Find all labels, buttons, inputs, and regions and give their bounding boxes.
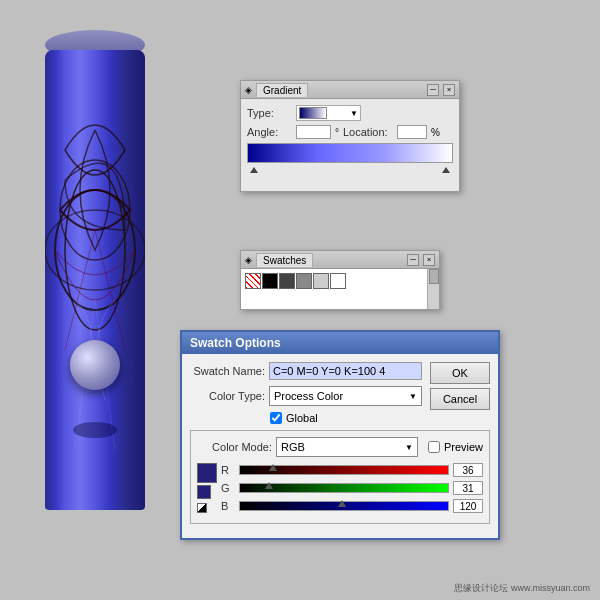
- gradient-location-label: Location:: [343, 126, 393, 138]
- preview-checkbox-row: Preview: [428, 441, 483, 453]
- gradient-type-arrow: ▼: [350, 109, 358, 118]
- rgb-sliders: R 36 G 31: [221, 463, 483, 517]
- color-mode-select[interactable]: RGB ▼: [276, 437, 418, 457]
- swatches-titlebar-left: ◈ Swatches: [245, 253, 313, 267]
- global-checkbox-row: Global: [270, 412, 490, 424]
- gradient-type-row: Type: ▼: [247, 105, 453, 121]
- color-type-value: Process Color: [274, 390, 343, 402]
- swatches-icon: ◈: [245, 255, 252, 265]
- swatch-empty[interactable]: [245, 273, 261, 289]
- r-value[interactable]: 36: [453, 463, 483, 477]
- gradient-angle-input[interactable]: [296, 125, 331, 139]
- color-icon-1[interactable]: [197, 503, 207, 513]
- b-slider-thumb[interactable]: [338, 500, 346, 507]
- swatches-minimize[interactable]: ─: [407, 254, 419, 266]
- g-value[interactable]: 31: [453, 481, 483, 495]
- swatch-options-titlebar: Swatch Options: [182, 332, 498, 354]
- gradient-angle-label: Angle:: [247, 126, 292, 138]
- gradient-angle-unit: °: [335, 127, 339, 138]
- swatch-options-dialog: Swatch Options Swatch Name: Color Type: …: [180, 330, 500, 540]
- swatches-close[interactable]: ×: [423, 254, 435, 266]
- watermark-text: 思缘设计论坛 www.missyuan.com: [454, 583, 590, 593]
- color-icons: [197, 503, 217, 513]
- gradient-titlebar: ◈ Gradient ─ ×: [241, 81, 459, 99]
- svg-point-6: [73, 422, 117, 438]
- color-type-label: Color Type:: [190, 390, 265, 402]
- color-mode-arrow: ▼: [405, 443, 413, 452]
- color-mode-value: RGB: [281, 441, 305, 453]
- swatch-white[interactable]: [330, 273, 346, 289]
- swatch-dark-gray[interactable]: [279, 273, 295, 289]
- preview-section: Preview: [428, 441, 483, 453]
- can-sphere: [70, 340, 120, 390]
- r-slider-thumb[interactable]: [269, 464, 277, 471]
- gradient-panel: ◈ Gradient ─ × Type: ▼ Angle: ° Location…: [240, 80, 460, 192]
- gradient-bar[interactable]: [247, 143, 453, 163]
- swatches-controls: ─ ×: [407, 254, 435, 266]
- swatches-content: [241, 269, 439, 309]
- g-slider-track[interactable]: [239, 483, 449, 493]
- color-preview-old: [197, 485, 211, 499]
- watermark: 思缘设计论坛 www.missyuan.com: [454, 582, 590, 595]
- preview-label: Preview: [444, 441, 483, 453]
- can-bottom: [45, 505, 145, 530]
- swatch-name-input[interactable]: [269, 362, 422, 380]
- gradient-stop-right[interactable]: [442, 167, 450, 173]
- swatches-panel: ◈ Swatches ─ ×: [240, 250, 440, 310]
- swatch-gray[interactable]: [296, 273, 312, 289]
- gradient-content: Type: ▼ Angle: ° Location: %: [241, 99, 459, 191]
- gradient-location-input[interactable]: [397, 125, 427, 139]
- gradient-icon: ◈: [245, 85, 252, 95]
- color-mode-row: Color Mode: RGB ▼ Preview: [197, 437, 483, 457]
- preview-checkbox[interactable]: [428, 441, 440, 453]
- swatch-name-row: Swatch Name:: [190, 362, 422, 380]
- g-slider-thumb[interactable]: [265, 482, 273, 489]
- swatch-name-fields: Swatch Name: Color Type: Process Color ▼: [190, 362, 422, 412]
- swatch-name-section: Swatch Name: Color Type: Process Color ▼…: [190, 362, 490, 412]
- gradient-minimize[interactable]: ─: [427, 84, 439, 96]
- color-preview-new: [197, 463, 217, 483]
- b-label: B: [221, 500, 235, 512]
- swatches-tab[interactable]: Swatches: [256, 253, 313, 267]
- cancel-button[interactable]: Cancel: [430, 388, 490, 410]
- gradient-titlebar-left: ◈ Gradient: [245, 83, 308, 97]
- gradient-tab[interactable]: Gradient: [256, 83, 308, 97]
- color-mode-label: Color Mode:: [197, 441, 272, 453]
- color-type-select[interactable]: Process Color ▼: [269, 386, 422, 406]
- can-illustration: [30, 20, 160, 560]
- swatch-light-gray[interactable]: [313, 273, 329, 289]
- color-mode-section: Color Mode: RGB ▼ Preview: [190, 430, 490, 524]
- swatch-options-content: Swatch Name: Color Type: Process Color ▼…: [182, 354, 498, 538]
- swatch-options-title: Swatch Options: [190, 336, 281, 350]
- ok-button[interactable]: OK: [430, 362, 490, 384]
- global-checkbox[interactable]: [270, 412, 282, 424]
- g-label: G: [221, 482, 235, 494]
- swatches-scroll-thumb[interactable]: [429, 269, 439, 284]
- r-label: R: [221, 464, 235, 476]
- swatches-titlebar: ◈ Swatches ─ ×: [241, 251, 439, 269]
- b-value[interactable]: 120: [453, 499, 483, 513]
- ok-cancel-group: OK Cancel: [430, 362, 490, 410]
- gradient-angle-row: Angle: ° Location: %: [247, 125, 453, 139]
- r-slider-track[interactable]: [239, 465, 449, 475]
- gradient-type-select[interactable]: ▼: [296, 105, 361, 121]
- gradient-type-label: Type:: [247, 107, 292, 119]
- gradient-bar-area: [247, 143, 453, 177]
- color-preview-area: [197, 463, 217, 513]
- can-design: [45, 50, 145, 510]
- color-sliders-section: R 36 G 31: [197, 463, 483, 517]
- r-slider-row: R 36: [221, 463, 483, 477]
- global-label: Global: [286, 412, 318, 424]
- color-type-row: Color Type: Process Color ▼: [190, 386, 422, 406]
- gradient-controls: ─ ×: [427, 84, 455, 96]
- gradient-location-unit: %: [431, 127, 440, 138]
- b-slider-row: B 120: [221, 499, 483, 513]
- gradient-stop-left[interactable]: [250, 167, 258, 173]
- gradient-close[interactable]: ×: [443, 84, 455, 96]
- swatches-grid: [245, 273, 435, 289]
- swatch-name-label: Swatch Name:: [190, 365, 265, 377]
- can-body: [45, 50, 145, 510]
- swatch-black[interactable]: [262, 273, 278, 289]
- b-slider-track[interactable]: [239, 501, 449, 511]
- swatches-scrollbar[interactable]: [427, 269, 439, 309]
